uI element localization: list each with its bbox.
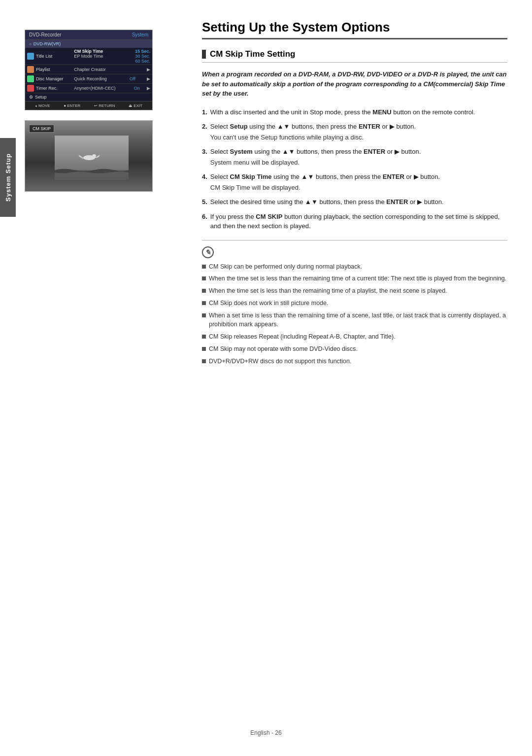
note-5-bullet (202, 313, 206, 317)
menu-sub-row-anynet: Anynet+(HDMI-CEC) On ▶ (74, 86, 150, 91)
menu-header: DVD-Recorder System (25, 30, 152, 40)
note-6-bullet (202, 335, 206, 339)
notes-icon: ✎ (202, 246, 214, 258)
note-7: CM Skip may not operate with some DVD-Vi… (202, 344, 507, 354)
note-4: CM Skip does not work in still picture m… (202, 299, 507, 308)
step-2-content: Select Setup using the ▲▼ buttons, then … (210, 122, 507, 142)
menu-header-right: System (132, 32, 148, 37)
sub-label-cmskip: CM Skip Time (74, 49, 103, 54)
step-3-key-enter: ENTER (364, 148, 385, 155)
intro-paragraph: When a program recorded on a DVD-RAM, a … (202, 69, 507, 99)
note-8: DVD+R/DVD+RW discs do not support this f… (202, 357, 507, 366)
menu-sub-row-epmode: EP Mode Time 30 Sec. (74, 54, 150, 59)
menu-setup-label: Setup (35, 95, 47, 100)
menu-item-row-timerrec: Timer Rec. Anynet+(HDMI-CEC) On ▶ (25, 84, 152, 93)
step-4-content: Select CM Skip Time using the ▲▼ buttons… (210, 172, 507, 192)
menu-sub-row-cmskip: CM Skip Time 15 Sec. (74, 49, 150, 54)
menu-setup-row: Setup (25, 93, 152, 101)
menu-mockup: DVD-Recorder System DVD-RW(VR) Title Lis… (25, 30, 153, 110)
step-2: 2. Select Setup using the ▲▼ buttons, th… (202, 122, 507, 142)
section-heading-bar (202, 50, 206, 59)
note-2-text: When the time set is less than the remai… (209, 274, 507, 283)
step-1: 1. With a disc inserted and the unit in … (202, 107, 507, 117)
section-heading: CM Skip Time Setting (202, 49, 507, 63)
menu-sub-items-4: Anynet+(HDMI-CEC) On ▶ (74, 86, 150, 91)
note-5: When a set time is less than the remaini… (202, 311, 507, 330)
note-3: When the time set is less than the remai… (202, 286, 507, 296)
step-5-key-enter: ENTER (386, 198, 408, 206)
sub-label-epmode: EP Mode Time (74, 54, 103, 59)
note-6-text: CM Skip releases Repeat (including Repea… (209, 332, 507, 342)
note-1: CM Skip can be performed only during nor… (202, 262, 507, 272)
step-5: 5. Select the desired time using the ▲▼ … (202, 197, 507, 207)
note-3-bullet (202, 289, 206, 293)
right-panel: Setting Up the System Options CM Skip Ti… (187, 0, 532, 756)
step-3-content: Select System using the ▲▼ buttons, then… (210, 147, 507, 167)
menu-sub-items: CM Skip Time 15 Sec. EP Mode Time 30 Sec… (74, 49, 150, 64)
nav-move: ⬥ MOVE (35, 103, 50, 108)
step-3-number: 3. (202, 147, 207, 167)
step-2-key-enter: ENTER (359, 123, 380, 130)
menu-sub-items-2: Chapter Creator ▶ (74, 67, 150, 72)
step-1-key: MENU (372, 108, 391, 116)
cm-skip-label: CM SKIP (29, 125, 54, 133)
sub-arrow-anynet: ▶ (147, 86, 150, 91)
menu-item-label-playlist: Playlist (36, 67, 74, 72)
step-4-sub: CM Skip Time will be displayed. (210, 183, 507, 193)
step-2-number: 2. (202, 122, 207, 142)
menu-disc-label: DVD-RW(VR) (33, 41, 61, 46)
left-panel: DVD-Recorder System DVD-RW(VR) Title Lis… (0, 0, 187, 756)
note-5-text: When a set time is less than the remaini… (209, 311, 507, 330)
notes-section: ✎ CM Skip can be performed only during n… (202, 240, 507, 366)
step-3: 3. Select System using the ▲▼ buttons, t… (202, 147, 507, 167)
page-footer: English - 26 (250, 729, 281, 736)
menu-sub-row-60sec: 60 Sec. (74, 59, 150, 64)
sub-val-60sec: 60 Sec. (133, 59, 150, 64)
bird-silhouette (55, 136, 129, 180)
step-1-content: With a disc inserted and the unit in Sto… (210, 107, 507, 117)
note-7-text: CM Skip may not operate with some DVD-Vi… (209, 344, 507, 354)
note-1-text: CM Skip can be performed only during nor… (209, 262, 507, 272)
note-6: CM Skip releases Repeat (including Repea… (202, 332, 507, 342)
sub-val-quickrec: Off (118, 76, 135, 81)
sidebar-label: System Setup (4, 153, 12, 202)
note-8-bullet (202, 359, 206, 363)
step-6-key-cmskip: CM SKIP (256, 213, 282, 220)
note-2-bullet (202, 276, 206, 280)
menu-sub-row-chapter: Chapter Creator ▶ (74, 67, 150, 72)
sub-label-anynet: Anynet+(HDMI-CEC) (74, 86, 115, 91)
nav-enter: ● ENTER (64, 103, 80, 108)
step-2-sub: You can't use the Setup functions while … (210, 133, 507, 142)
sub-val-epmode: 30 Sec. (133, 54, 150, 59)
step-4-number: 4. (202, 172, 207, 192)
menu-icon-discmgr (27, 75, 34, 82)
step-4: 4. Select CM Skip Time using the ▲▼ butt… (202, 172, 507, 192)
step-6-content: If you press the CM SKIP button during p… (210, 212, 507, 231)
sub-label-chapter: Chapter Creator (74, 67, 106, 72)
sidebar-tab: System Setup (0, 138, 16, 217)
note-2: When the time set is less than the remai… (202, 274, 507, 283)
note-4-bullet (202, 301, 206, 305)
svg-point-2 (92, 154, 96, 158)
step-2-key-setup: Setup (230, 123, 248, 130)
sub-arrow-chapter: ▶ (147, 67, 150, 72)
menu-item-row-titlelist: Title List CM Skip Time 15 Sec. EP Mode … (25, 48, 152, 65)
menu-disc-row: DVD-RW(VR) (25, 40, 152, 48)
page-title: Setting Up the System Options (202, 20, 507, 39)
steps-list: 1. With a disc inserted and the unit in … (202, 107, 507, 231)
menu-item-label-timerrec: Timer Rec. (36, 86, 74, 91)
menu-items: Title List CM Skip Time 15 Sec. EP Mode … (25, 48, 152, 93)
sub-val-anynet: On (123, 86, 140, 91)
menu-header-left: DVD-Recorder (29, 32, 62, 37)
sub-val-cmskip: 15 Sec. (133, 49, 150, 54)
step-3-sub: System menu will be displayed. (210, 158, 507, 168)
sub-arrow-quickrec: ▶ (147, 76, 150, 81)
step-1-number: 1. (202, 107, 207, 117)
menu-nav-bar: ⬥ MOVE ● ENTER ↩ RETURN ⏏ EXIT (25, 101, 152, 110)
step-5-number: 5. (202, 197, 207, 207)
step-6-number: 6. (202, 212, 207, 231)
note-1-bullet (202, 265, 206, 269)
menu-sub-row-quickrec: Quick Recording Off ▶ (74, 76, 150, 81)
note-3-text: When the time set is less than the remai… (209, 286, 507, 296)
menu-item-label-titlelist: Title List (36, 54, 74, 59)
